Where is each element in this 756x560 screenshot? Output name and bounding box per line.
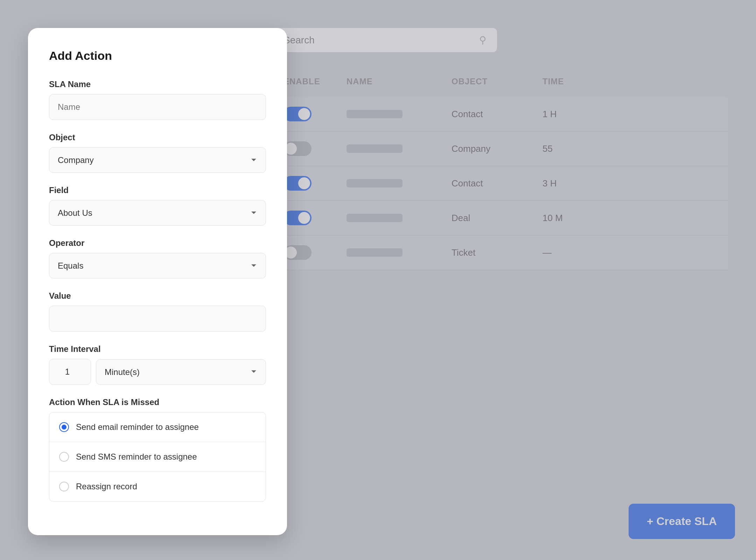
sla-name-input[interactable]: [49, 94, 266, 120]
radio-reassign[interactable]: [59, 482, 69, 491]
action-item-reassign[interactable]: Reassign record: [49, 472, 266, 501]
action-item-email[interactable]: Send email reminder to assignee: [49, 412, 266, 442]
action-sms-label: Send SMS reminder to assignee: [76, 452, 197, 462]
value-input[interactable]: [49, 306, 266, 332]
sla-name-label: SLA Name: [49, 79, 266, 89]
field-group: Field About Us Name Email Phone: [49, 185, 266, 226]
object-select[interactable]: Company Contact Deal Ticket: [49, 147, 266, 173]
radio-sms[interactable]: [59, 452, 69, 462]
action-options-list: Send email reminder to assignee Send SMS…: [49, 412, 266, 502]
value-label: Value: [49, 291, 266, 301]
object-group: Object Company Contact Deal Ticket: [49, 133, 266, 173]
object-label: Object: [49, 133, 266, 142]
action-email-label: Send email reminder to assignee: [76, 422, 199, 432]
modal-title: Add Action: [49, 49, 266, 63]
radio-email[interactable]: [59, 422, 69, 432]
time-interval-label: Time Interval: [49, 344, 266, 354]
operator-group: Operator Equals Not Equals Contains Does…: [49, 238, 266, 278]
action-item-sms[interactable]: Send SMS reminder to assignee: [49, 442, 266, 472]
operator-label: Operator: [49, 238, 266, 248]
time-interval-group: Time Interval Minute(s) Hour(s) Day(s): [49, 344, 266, 385]
time-number-input[interactable]: [49, 359, 91, 385]
action-when-missed-group: Action When SLA is Missed Send email rem…: [49, 397, 266, 502]
sla-name-group: SLA Name: [49, 79, 266, 120]
time-unit-select[interactable]: Minute(s) Hour(s) Day(s): [96, 359, 266, 385]
action-reassign-label: Reassign record: [76, 482, 137, 491]
field-select[interactable]: About Us Name Email Phone: [49, 200, 266, 226]
field-label: Field: [49, 185, 266, 195]
operator-select[interactable]: Equals Not Equals Contains Does Not Cont…: [49, 253, 266, 278]
value-group: Value: [49, 291, 266, 332]
add-action-modal: Add Action SLA Name Object Company Conta…: [28, 28, 287, 535]
modal-overlay: Add Action SLA Name Object Company Conta…: [0, 0, 756, 560]
action-when-missed-label: Action When SLA is Missed: [49, 397, 266, 407]
